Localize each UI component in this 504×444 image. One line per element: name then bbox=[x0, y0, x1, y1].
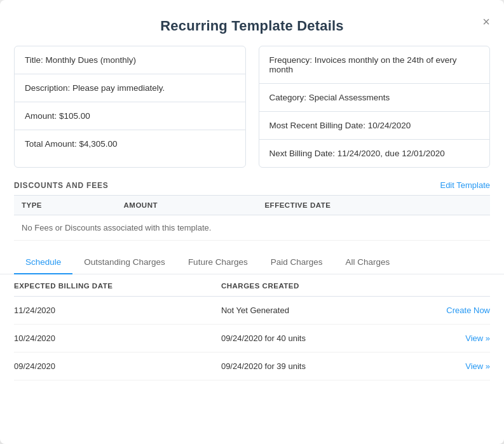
no-fees-message: No Fees or Discounts associated with thi… bbox=[14, 215, 490, 241]
info-box-right: Frequency: Invoices monthly on the 24th … bbox=[259, 46, 491, 168]
charges-created: Not Yet Generated bbox=[221, 297, 398, 325]
frequency-row: Frequency: Invoices monthly on the 24th … bbox=[259, 46, 490, 84]
fees-col-type: TYPE bbox=[14, 196, 116, 215]
charges-created: 09/24/2020 for 39 units bbox=[221, 353, 398, 380]
expected-billing-date: 10/24/2020 bbox=[14, 325, 221, 353]
col-charges-created: CHARGES CREATED bbox=[221, 274, 398, 297]
view-link[interactable]: View » bbox=[465, 333, 490, 343]
expected-billing-date: 11/24/2020 bbox=[14, 297, 221, 325]
edit-template-button[interactable]: Edit Template bbox=[440, 180, 490, 190]
view-link[interactable]: View » bbox=[465, 361, 490, 371]
discounts-title: DISCOUNTS AND FEES bbox=[14, 181, 109, 190]
total-amount-row: Total Amount: $4,305.00 bbox=[15, 130, 245, 158]
tabs-container: Schedule Outstanding Charges Future Char… bbox=[0, 251, 504, 274]
col-action bbox=[398, 274, 490, 297]
no-fees-row: No Fees or Discounts associated with thi… bbox=[14, 215, 490, 241]
schedule-table-wrap: EXPECTED BILLING DATE CHARGES CREATED 11… bbox=[0, 274, 504, 380]
next-billing-row: Next Billing Date: 11/24/2020, due 12/01… bbox=[259, 140, 490, 167]
most-recent-billing-row: Most Recent Billing Date: 10/24/2020 bbox=[259, 112, 490, 140]
charges-created: 09/24/2020 for 40 units bbox=[221, 325, 398, 353]
close-button[interactable]: × bbox=[482, 15, 490, 28]
fees-table-wrap: TYPE AMOUNT EFFECTIVE DATE No Fees or Di… bbox=[0, 195, 504, 241]
tab-all-charges[interactable]: All Charges bbox=[334, 251, 401, 274]
schedule-row: 11/24/2020Not Yet GeneratedCreate Now bbox=[14, 297, 490, 325]
create-now-button[interactable]: Create Now bbox=[446, 306, 490, 315]
tab-paid-charges[interactable]: Paid Charges bbox=[259, 251, 334, 274]
category-row: Category: Special Assessments bbox=[259, 84, 490, 112]
fees-col-effective-date: EFFECTIVE DATE bbox=[257, 196, 490, 215]
tab-future-charges[interactable]: Future Charges bbox=[177, 251, 259, 274]
amount-row: Amount: $105.00 bbox=[15, 102, 245, 130]
schedule-table: EXPECTED BILLING DATE CHARGES CREATED 11… bbox=[14, 274, 490, 380]
discounts-section-header: DISCOUNTS AND FEES Edit Template bbox=[0, 180, 504, 190]
fees-col-amount: AMOUNT bbox=[116, 196, 257, 215]
info-box-left: Title: Monthly Dues (monthly) Descriptio… bbox=[14, 46, 246, 168]
tabs: Schedule Outstanding Charges Future Char… bbox=[14, 251, 490, 274]
modal-title: Recurring Template Details bbox=[13, 18, 491, 34]
description-row: Description: Please pay immediately. bbox=[15, 74, 245, 102]
expected-billing-date: 09/24/2020 bbox=[14, 353, 221, 380]
col-expected-billing-date: EXPECTED BILLING DATE bbox=[14, 274, 221, 297]
schedule-row: 10/24/202009/24/2020 for 40 unitsView » bbox=[14, 325, 490, 353]
tab-schedule[interactable]: Schedule bbox=[14, 251, 72, 274]
modal-container: Recurring Template Details × Title: Mont… bbox=[0, 0, 504, 444]
tab-outstanding-charges[interactable]: Outstanding Charges bbox=[72, 251, 177, 274]
info-section: Title: Monthly Dues (monthly) Descriptio… bbox=[0, 46, 504, 168]
modal-header: Recurring Template Details × bbox=[0, 0, 504, 46]
title-row: Title: Monthly Dues (monthly) bbox=[15, 46, 245, 74]
fees-table: TYPE AMOUNT EFFECTIVE DATE No Fees or Di… bbox=[14, 195, 490, 241]
schedule-row: 09/24/202009/24/2020 for 39 unitsView » bbox=[14, 353, 490, 380]
